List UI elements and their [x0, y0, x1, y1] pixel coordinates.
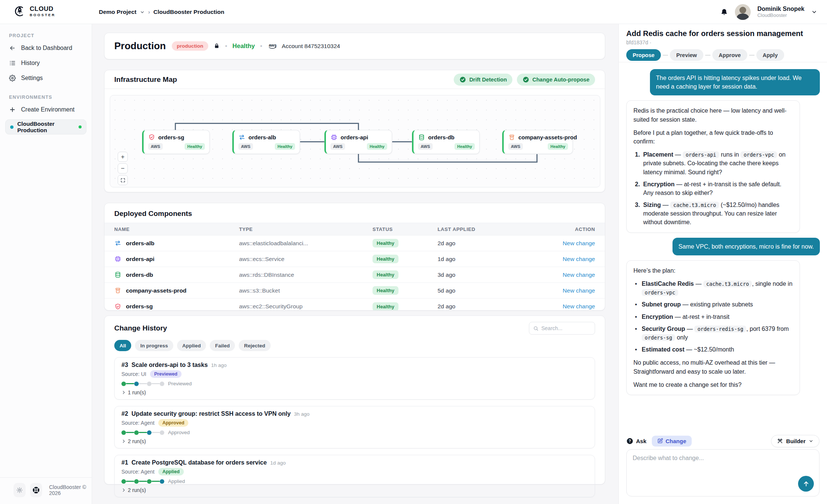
component-last-applied: 2d ago: [438, 303, 537, 310]
step-connector: [705, 55, 710, 56]
new-change-link[interactable]: New change: [563, 240, 595, 246]
infra-node-orders-api[interactable]: orders-apiAWSHealthy: [324, 130, 392, 154]
infrastructure-map-card: Infrastructure Map Drift DetectionChange…: [104, 70, 605, 192]
runs-count: 2 run(s): [128, 487, 146, 493]
node-name: company-assets-prod: [518, 134, 577, 140]
connector-line: [392, 141, 412, 142]
runs-expander[interactable]: 2 run(s): [121, 487, 588, 493]
list-item: •Security Group — orders-redis-sg, port …: [635, 324, 793, 342]
builder-dropdown[interactable]: Builder: [771, 435, 819, 447]
user-menu-chevron-icon[interactable]: [811, 9, 817, 15]
runs-expander[interactable]: 2 run(s): [121, 438, 588, 444]
infra-node-orders-alb[interactable]: orders-albAWSHealthy: [232, 130, 300, 154]
separator-dot: •: [260, 43, 262, 50]
column-header-action: ACTION: [537, 226, 595, 232]
new-change-link[interactable]: New change: [563, 287, 595, 294]
toggle-change-auto-propose[interactable]: Change Auto-propose: [517, 74, 595, 86]
notification-bell-icon[interactable]: [720, 8, 728, 16]
filter-in-progress[interactable]: In progress: [135, 340, 173, 351]
component-action: New change: [537, 303, 595, 310]
progress-line: [126, 481, 134, 482]
toggle-drift-detection[interactable]: Drift Detection: [454, 74, 512, 86]
map-fullscreen-button[interactable]: [118, 175, 128, 185]
lifebuoy-icon: [32, 486, 40, 494]
progress-dot: [121, 382, 126, 386]
map-zoom-in-button[interactable]: +: [118, 152, 128, 162]
change-mode-button[interactable]: Change: [652, 436, 692, 447]
progress-dot: [147, 430, 151, 435]
change-item-2[interactable]: #2Update security group: restrict SSH ac…: [114, 406, 595, 448]
theme-toggle-button[interactable]: [14, 483, 26, 497]
infra-node-orders-sg[interactable]: orders-sgAWSHealthy: [142, 130, 210, 154]
progress-line: [139, 383, 147, 384]
separator-dot: •: [225, 43, 227, 50]
sidebar: PROJECT Back to Dashboard History Settin…: [0, 24, 92, 504]
sun-icon: [16, 487, 23, 493]
ask-mode-button[interactable]: ? Ask: [626, 438, 647, 445]
search-icon: [533, 326, 539, 331]
map-zoom-out-button[interactable]: −: [118, 163, 128, 174]
pencil-edit-icon: [657, 438, 663, 444]
sidebar-item-history[interactable]: History: [0, 56, 92, 71]
inline-code: orders-vpc: [741, 151, 777, 158]
prompt-input-container: [626, 449, 819, 496]
filter-all[interactable]: All: [114, 340, 131, 351]
arrow-up-icon: [803, 480, 810, 487]
workflow-step-apply[interactable]: Apply: [756, 49, 784, 61]
sidebar-item-settings[interactable]: Settings: [0, 71, 92, 86]
runs-expander[interactable]: 1 run(s): [121, 389, 588, 395]
change-item-1[interactable]: #1Create PostgreSQL database for orders …: [114, 455, 595, 497]
progress-dot: [134, 430, 139, 435]
breadcrumb-separator: ›: [148, 9, 150, 15]
provider-badge: AWS: [330, 143, 345, 150]
workflow-step-propose[interactable]: Propose: [626, 49, 661, 61]
node-status-badge: Healthy: [454, 143, 475, 150]
breadcrumb-environment[interactable]: CloudBooster Production: [153, 9, 224, 15]
list-marker: 3.: [635, 201, 643, 227]
environment-health-dot: [79, 125, 82, 128]
sidebar-item-back-to-dashboard[interactable]: Back to Dashboard: [0, 41, 92, 56]
aws-logo-icon: aws: [268, 42, 279, 50]
filter-failed[interactable]: Failed: [210, 340, 235, 351]
workflow-step-approve[interactable]: Approve: [712, 49, 747, 61]
search-input[interactable]: [541, 325, 586, 331]
infra-node-orders-db[interactable]: orders-dbAWSHealthy: [412, 130, 480, 154]
column-header-name: NAME: [114, 226, 239, 232]
message-paragraph: Want me to create a change set for this?: [633, 380, 793, 389]
new-change-link[interactable]: New change: [563, 272, 595, 278]
workflow-step-preview[interactable]: Preview: [670, 49, 703, 61]
assistant-message: Redis is the practical choice here — low…: [626, 100, 800, 232]
component-action: New change: [537, 287, 595, 294]
infrastructure-map-canvas[interactable]: + − orders-sgAWSHealthyorders-albAWSHeal…: [110, 95, 600, 187]
progress-label: Approved: [168, 430, 190, 435]
change-progress: Applied: [121, 478, 588, 484]
plus-icon: [9, 106, 16, 113]
send-button[interactable]: [798, 476, 814, 492]
numbered-list: 1.Placement — orders-api runs in orders-…: [633, 150, 793, 227]
deployed-components-title: Deployed Components: [105, 203, 605, 223]
new-change-link[interactable]: New change: [563, 303, 595, 309]
progress-line: [126, 432, 134, 433]
component-type: aws::rds::DBInstance: [239, 272, 373, 278]
change-panel-header: Add Redis cache for orders session manag…: [619, 24, 827, 62]
sidebar-item-label: Back to Dashboard: [21, 45, 72, 51]
node-name: orders-db: [428, 134, 454, 140]
help-button[interactable]: [30, 483, 42, 497]
new-change-link[interactable]: New change: [563, 256, 595, 262]
change-history-search[interactable]: [529, 322, 595, 335]
user-info[interactable]: Dominik Snopek CloudBooster: [757, 5, 804, 19]
sidebar-item-create-environment[interactable]: Create Environment: [0, 102, 92, 117]
inline-code: orders-redis-sg: [694, 326, 746, 332]
sidebar-item-environment-active[interactable]: CloudBooster Production: [5, 119, 86, 134]
user-avatar[interactable]: [735, 4, 751, 20]
change-item-3[interactable]: #3Scale orders-api to 3 tasks1h agoSourc…: [114, 357, 595, 400]
chevron-down-icon[interactable]: [140, 10, 145, 15]
progress-dot: [134, 382, 139, 386]
prompt-input[interactable]: [627, 450, 819, 480]
component-last-applied: 2d ago: [438, 240, 537, 247]
filter-rejected[interactable]: Rejected: [239, 340, 270, 351]
breadcrumb-project[interactable]: Demo Project: [99, 9, 136, 15]
filter-applied[interactable]: Applied: [177, 340, 206, 351]
node-name: orders-sg: [158, 134, 184, 140]
infra-node-company-assets-prod[interactable]: company-assets-prodAWSHealthy: [502, 130, 573, 154]
